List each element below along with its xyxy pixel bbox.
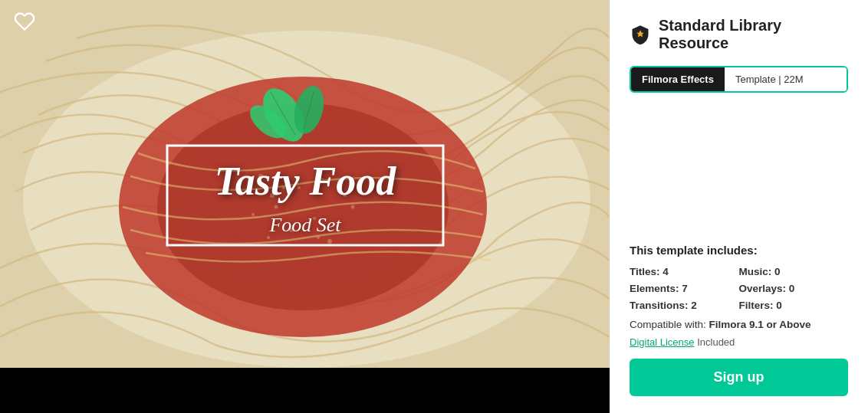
svg-point-6 xyxy=(282,186,285,189)
license-row: Digital License Included xyxy=(630,336,848,348)
overlays-label: Overlays: xyxy=(739,283,787,294)
titles-label: Titles: xyxy=(630,266,660,277)
transitions-value: 2 xyxy=(691,300,697,311)
info-panel: Standard Library Resource Filmora Effect… xyxy=(610,0,868,413)
svg-point-3 xyxy=(157,103,449,310)
music-label: Music: xyxy=(739,266,772,277)
filters-label: Filters: xyxy=(739,300,774,311)
music-item: Music: 0 xyxy=(739,266,849,277)
video-control-bar xyxy=(0,368,610,413)
digital-license-link[interactable]: Digital License xyxy=(630,336,695,348)
elements-item: Elements: 7 xyxy=(630,283,739,294)
resource-title: Standard Library Resource xyxy=(659,17,848,52)
svg-point-12 xyxy=(336,225,339,228)
svg-point-22 xyxy=(244,99,291,144)
compatible-app: Filmora 9.1 or Above xyxy=(709,319,811,330)
titles-value: 4 xyxy=(663,266,669,277)
svg-point-20 xyxy=(255,81,313,149)
compatible-prefix: Compatible with: xyxy=(630,319,706,330)
filmora-effects-tag: Filmora Effects xyxy=(631,67,725,91)
svg-point-10 xyxy=(313,217,316,220)
transitions-item: Transitions: 2 xyxy=(630,300,739,311)
titles-item: Titles: 4 xyxy=(630,266,739,277)
svg-point-11 xyxy=(289,228,294,232)
elements-label: Elements: xyxy=(630,283,679,294)
svg-point-7 xyxy=(320,178,324,182)
svg-point-4 xyxy=(188,123,418,284)
video-preview-panel: Tasty Food Food Set xyxy=(0,0,610,413)
svg-point-18 xyxy=(270,193,275,198)
filters-value: 0 xyxy=(776,300,782,311)
transitions-label: Transitions: xyxy=(630,300,689,311)
svg-point-2 xyxy=(119,77,487,337)
svg-rect-0 xyxy=(0,0,610,368)
music-value: 0 xyxy=(774,266,781,277)
svg-point-19 xyxy=(317,236,320,239)
food-thumbnail: Tasty Food Food Set xyxy=(0,0,610,368)
svg-line-23 xyxy=(271,92,296,135)
overlays-item: Overlays: 0 xyxy=(739,283,849,294)
compatible-row: Compatible with: Filmora 9.1 or Above xyxy=(630,319,848,330)
resource-header: Standard Library Resource xyxy=(630,17,848,52)
includes-title: This template includes: xyxy=(630,244,848,257)
svg-point-13 xyxy=(252,213,255,216)
shield-icon xyxy=(630,24,651,45)
svg-point-1 xyxy=(23,31,590,368)
includes-grid: Titles: 4 Music: 0 Elements: 7 Overlays:… xyxy=(630,266,848,311)
svg-point-9 xyxy=(275,205,278,209)
svg-line-24 xyxy=(304,91,314,129)
tag-row: Filmora Effects Template | 22M xyxy=(630,66,848,93)
svg-point-8 xyxy=(344,194,347,197)
favorite-button[interactable] xyxy=(14,11,35,35)
elements-value: 7 xyxy=(682,283,688,294)
svg-point-5 xyxy=(258,174,263,179)
svg-rect-25 xyxy=(167,146,443,245)
svg-point-16 xyxy=(327,239,332,244)
svg-text:Food Set: Food Set xyxy=(268,214,341,236)
signup-button[interactable]: Sign up xyxy=(630,359,848,396)
svg-text:Tasty Food: Tasty Food xyxy=(215,159,396,203)
svg-point-14 xyxy=(351,205,355,209)
overlays-value: 0 xyxy=(789,283,795,294)
svg-point-15 xyxy=(267,236,270,239)
license-suffix-text: Included xyxy=(697,336,735,348)
svg-point-21 xyxy=(289,83,328,137)
filters-item: Filters: 0 xyxy=(739,300,849,311)
template-includes-section: This template includes: Titles: 4 Music:… xyxy=(630,244,848,396)
svg-point-17 xyxy=(298,186,301,189)
tag-info: Template | 22M xyxy=(725,67,847,91)
